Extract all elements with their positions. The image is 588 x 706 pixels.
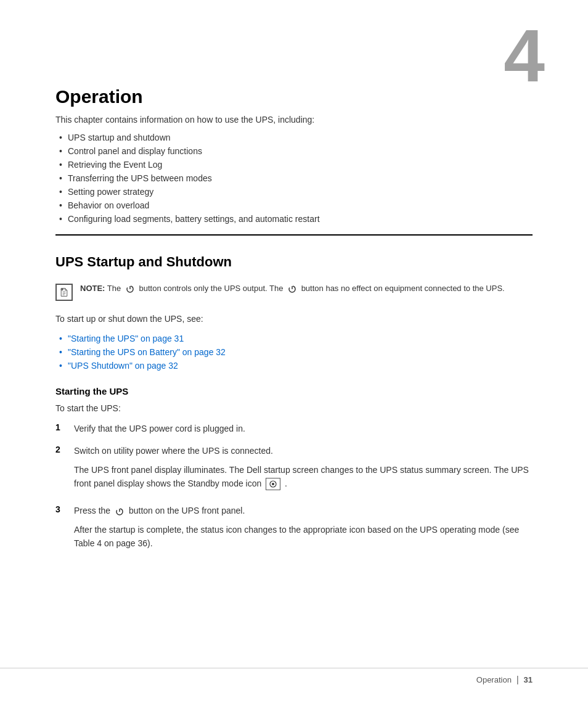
list-item-link[interactable]: "Starting the UPS" on page 31 [55, 332, 533, 345]
standby-icon [266, 478, 280, 490]
section-divider [55, 234, 533, 236]
step-2: 2 Switch on utility power where the UPS … [55, 444, 533, 495]
note-text-part2: button controls only the UPS output. The [139, 284, 285, 293]
steps-list: 1 Verify that the UPS power cord is plug… [55, 422, 533, 556]
intro-text: This chapter contains information on how… [55, 115, 533, 125]
svg-point-10 [272, 483, 274, 485]
list-item: Configuring load segments, battery setti… [55, 212, 533, 226]
subsection-intro: To start the UPS: [55, 401, 533, 415]
list-item: Control panel and display functions [55, 144, 533, 158]
section-startup-title: UPS Startup and Shutdown [55, 254, 533, 273]
step-1: 1 Verify that the UPS power cord is plug… [55, 422, 533, 435]
page-container: 4 Operation This chapter contains inform… [0, 0, 588, 706]
list-item: Setting power strategy [55, 185, 533, 199]
list-item: Retrieving the Event Log [55, 158, 533, 171]
step-2-subtext: The UPS front panel display illuminates.… [74, 463, 533, 491]
list-item-link[interactable]: "Starting the UPS on Battery" on page 32 [55, 345, 533, 359]
step-2-text: Switch on utility power where the UPS is… [74, 444, 273, 458]
footer-separator: | [517, 675, 519, 684]
footer-page: 31 [524, 675, 533, 684]
power-icon-step3 [114, 506, 125, 517]
list-item: Transferring the UPS between modes [55, 171, 533, 185]
power-icon-1 [125, 284, 136, 295]
note-icon: i [55, 284, 73, 301]
note-text-part1: The [107, 284, 123, 293]
step-2-number: 2 [55, 445, 74, 458]
note-text-part3: button has no effect on equipment connec… [301, 284, 505, 293]
footer: Operation | 31 [0, 668, 588, 684]
intro-bullet-list: UPS startup and shutdown Control panel a… [55, 131, 533, 226]
startup-links-list: "Starting the UPS" on page 31 "Starting … [55, 332, 533, 372]
list-item-link[interactable]: "UPS Shutdown" on page 32 [55, 359, 533, 372]
chapter-number: 4 [504, 18, 545, 92]
svg-text:i: i [62, 288, 62, 290]
step-3-subtext: After the startup is complete, the statu… [74, 523, 533, 551]
subsection-title: Starting the UPS [55, 386, 533, 396]
footer-label: Operation [476, 675, 512, 684]
step-1-text: Verify that the UPS power cord is plugge… [74, 422, 245, 435]
startup-intro: To start up or shut down the UPS, see: [55, 312, 533, 326]
note-label: NOTE: [80, 284, 105, 293]
step-1-number: 1 [55, 422, 74, 432]
list-item: UPS startup and shutdown [55, 131, 533, 144]
chapter-title: Operation [55, 86, 533, 107]
note-box: i NOTE: The button controls only the UPS… [55, 282, 533, 301]
list-item: Behavior on overload [55, 199, 533, 212]
step-3-text: Press the button on the UPS front panel. [74, 504, 245, 517]
step-3: 3 Press the button on the UPS front pane… [55, 504, 533, 555]
power-icon-2 [287, 284, 298, 295]
note-text: NOTE: The button controls only the UPS o… [80, 282, 505, 295]
step-3-number: 3 [55, 504, 74, 517]
